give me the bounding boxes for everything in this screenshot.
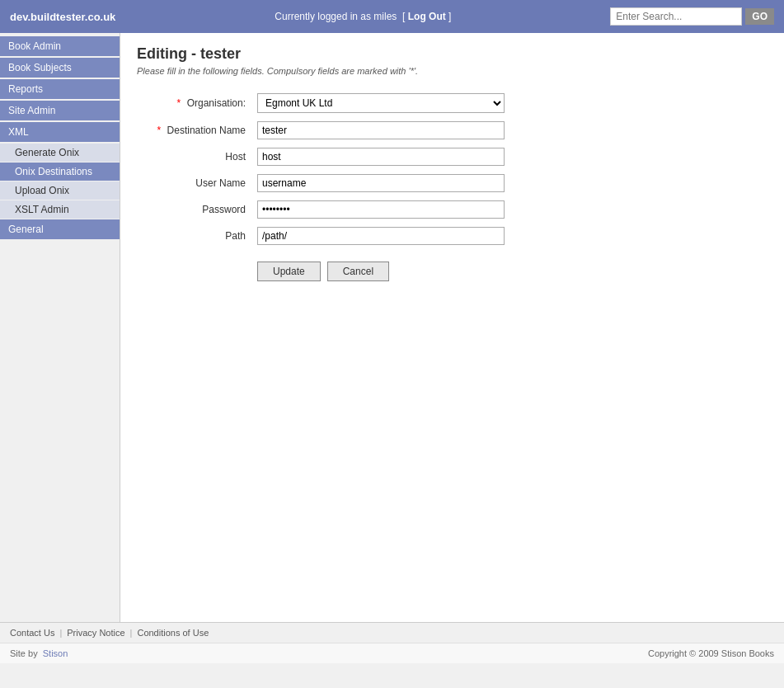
search-input[interactable] [610,7,742,26]
organisation-label: * Organisation: [137,89,252,117]
contact-us-link[interactable]: Contact Us [10,628,54,638]
username-row: User Name [137,170,509,196]
login-info: Currently logged in as miles [ Log Out ] [275,11,451,22]
sidebar-item-site-admin[interactable]: Site Admin [0,101,120,120]
footer-nav: Contact Us | Privacy Notice | Conditions… [0,622,784,643]
organisation-row: * Organisation: Egmont UK Ltd Other Org [137,89,509,117]
password-input[interactable] [257,200,505,219]
page-subtitle: Please fill in the following fields. Com… [137,66,768,76]
username-input[interactable] [257,174,505,192]
host-label: Host [137,144,252,170]
page-title: Editing - tester [137,45,768,63]
sidebar-item-xml[interactable]: XML [0,122,120,142]
form-buttons-row: Update Cancel [137,249,509,285]
path-input[interactable] [257,227,505,245]
footer-sep-2: | [130,628,133,638]
site-title: dev.buildtester.co.uk [10,11,115,23]
site-by-text: Site by Stison [10,648,68,658]
sidebar-item-onix-destinations[interactable]: Onix Destinations [0,163,120,181]
sidebar-item-reports[interactable]: Reports [0,79,120,99]
search-go-button[interactable]: GO [745,8,774,25]
sidebar-item-general[interactable]: General [0,219,120,239]
footer-bottom: Site by Stison Copyright © 2009 Stison B… [0,643,784,663]
login-text: Currently logged in as miles [275,11,397,22]
conditions-of-use-link[interactable]: Conditions of Use [137,628,209,638]
username-label: User Name [137,170,252,196]
cancel-button[interactable]: Cancel [327,262,389,281]
search-area: GO [610,7,774,26]
required-star: * [177,97,181,109]
edit-form: * Organisation: Egmont UK Ltd Other Org … [137,89,509,285]
destination-name-label: * Destination Name [137,117,252,144]
required-star-2: * [157,125,162,136]
sidebar-item-generate-onix[interactable]: Generate Onix [0,144,120,162]
password-label: Password [137,196,252,223]
password-row: Password [137,196,509,223]
logout-link[interactable]: Log Out [408,11,446,22]
stison-link[interactable]: Stison [43,648,68,658]
update-button[interactable]: Update [257,262,321,281]
footer-sep-1: | [59,628,62,638]
host-row: Host [137,144,509,170]
header: dev.buildtester.co.uk Currently logged i… [0,0,784,33]
path-row: Path [137,223,509,249]
sidebar-item-book-admin[interactable]: Book Admin [0,36,120,56]
organisation-select[interactable]: Egmont UK Ltd Other Org [257,93,505,113]
sidebar-item-book-subjects[interactable]: Book Subjects [0,58,120,78]
host-input[interactable] [257,148,505,166]
sidebar-item-upload-onix[interactable]: Upload Onix [0,181,120,200]
destination-name-input[interactable] [257,121,505,139]
content-area: Editing - tester Please fill in the foll… [120,33,784,622]
sidebar-item-xslt-admin[interactable]: XSLT Admin [0,200,120,219]
form-buttons: Update Cancel [257,253,505,281]
destination-name-row: * Destination Name [137,117,509,144]
copyright-text: Copyright © 2009 Stison Books [648,648,774,658]
privacy-notice-link[interactable]: Privacy Notice [67,628,124,638]
path-label: Path [137,223,252,249]
sidebar: Book Admin Book Subjects Reports Site Ad… [0,33,120,622]
main-layout: Book Admin Book Subjects Reports Site Ad… [0,33,784,622]
